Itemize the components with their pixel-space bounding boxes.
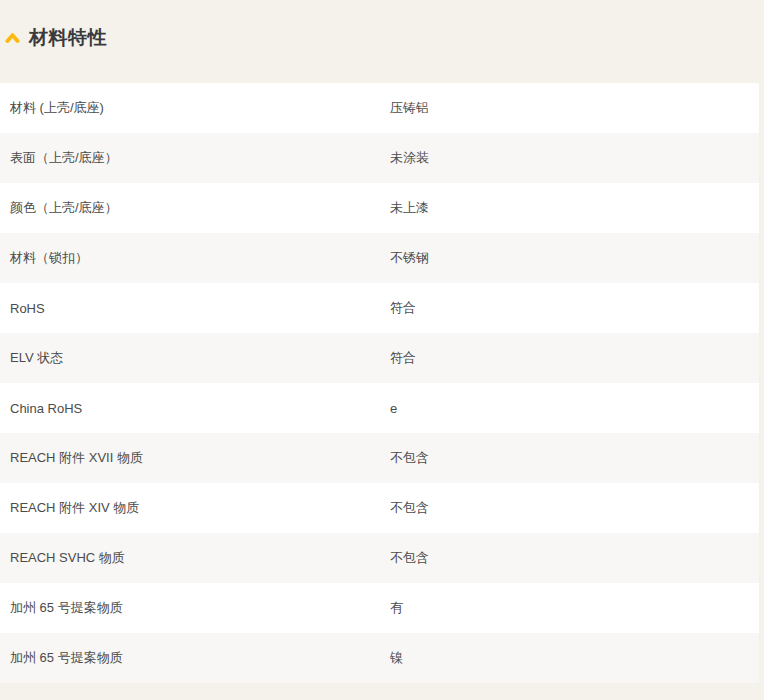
row-value: 不包含	[390, 549, 759, 567]
table-row: 颜色（上壳/底座） 未上漆	[0, 183, 759, 233]
row-value: 镍	[390, 649, 759, 667]
row-label: REACH 附件 XVII 物质	[0, 449, 390, 467]
row-value: 符合	[390, 299, 759, 317]
row-value: 压铸铝	[390, 99, 759, 117]
table-row: 材料 (上壳/底座) 压铸铝	[0, 83, 759, 133]
table-row: China RoHS e	[0, 383, 759, 433]
table-row: REACH SVHC 物质 不包含	[0, 533, 759, 583]
row-label: RoHS	[0, 301, 390, 316]
chevron-up-icon	[5, 32, 20, 44]
row-label: REACH SVHC 物质	[0, 549, 390, 567]
row-label: ELV 状态	[0, 349, 390, 367]
row-value: 未上漆	[390, 199, 759, 217]
row-value: e	[390, 401, 759, 416]
table-row: 材料（锁扣） 不锈钢	[0, 233, 759, 283]
table-row: RoHS 符合	[0, 283, 759, 333]
table-row: REACH 附件 XVII 物质 不包含	[0, 433, 759, 483]
row-value: 不包含	[390, 449, 759, 467]
row-label: REACH 附件 XIV 物质	[0, 499, 390, 517]
material-properties-section: 材料特性 材料 (上壳/底座) 压铸铝 表面（上壳/底座） 未涂装 颜色（上壳/…	[0, 0, 764, 683]
table-row: ELV 状态 符合	[0, 333, 759, 383]
section-header[interactable]: 材料特性	[0, 0, 764, 83]
row-label: China RoHS	[0, 401, 390, 416]
row-label: 颜色（上壳/底座）	[0, 199, 390, 217]
section-title: 材料特性	[29, 25, 107, 51]
row-value: 不锈钢	[390, 249, 759, 267]
row-label: 加州 65 号提案物质	[0, 649, 390, 667]
row-label: 材料 (上壳/底座)	[0, 99, 390, 117]
row-value: 符合	[390, 349, 759, 367]
row-label: 表面（上壳/底座）	[0, 149, 390, 167]
row-value: 未涂装	[390, 149, 759, 167]
table-row: 加州 65 号提案物质 有	[0, 583, 759, 633]
row-value: 有	[390, 599, 759, 617]
row-label: 加州 65 号提案物质	[0, 599, 390, 617]
row-value: 不包含	[390, 499, 759, 517]
table-row: REACH 附件 XIV 物质 不包含	[0, 483, 759, 533]
table-row: 表面（上壳/底座） 未涂装	[0, 133, 759, 183]
table-row: 加州 65 号提案物质 镍	[0, 633, 759, 683]
spec-table: 材料 (上壳/底座) 压铸铝 表面（上壳/底座） 未涂装 颜色（上壳/底座） 未…	[0, 83, 759, 683]
row-label: 材料（锁扣）	[0, 249, 390, 267]
